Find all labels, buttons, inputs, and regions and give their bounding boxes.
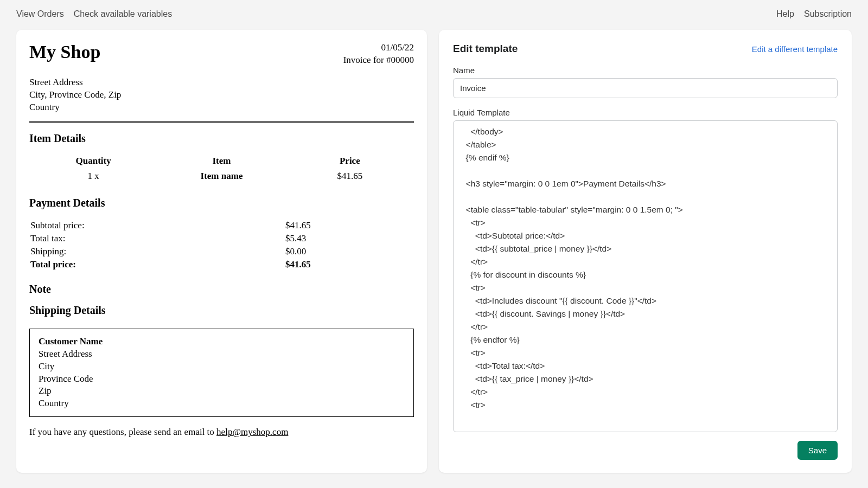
shop-name: My Shop xyxy=(29,42,100,62)
col-item: Item xyxy=(157,153,285,169)
items-table: Quantity Item Price 1 x Item name $41.65 xyxy=(29,153,414,184)
shipping-details-heading: Shipping Details xyxy=(29,304,414,317)
invoice-number: Invoice for #00000 xyxy=(343,54,414,67)
subtotal-value: $41.65 xyxy=(284,219,414,232)
subtotal-label: Subtotal price: xyxy=(29,219,284,232)
shipping-value: $0.00 xyxy=(284,245,414,258)
payment-details-heading: Payment Details xyxy=(29,197,414,209)
edit-different-template-link[interactable]: Edit a different template xyxy=(752,44,838,54)
item-qty: 1 x xyxy=(29,169,157,184)
tax-value: $5.43 xyxy=(284,232,414,245)
liquid-template-editor[interactable] xyxy=(453,120,838,432)
col-quantity: Quantity xyxy=(29,153,157,169)
divider xyxy=(29,121,414,123)
ship-province: Province Code xyxy=(39,373,405,386)
subscription-link[interactable]: Subscription xyxy=(804,9,852,19)
shop-country: Country xyxy=(29,101,414,114)
ship-country: Country xyxy=(39,397,405,410)
view-orders-link[interactable]: View Orders xyxy=(16,9,64,19)
shipping-box: Customer Name Street Address City Provin… xyxy=(29,329,414,418)
invoice-preview-panel: My Shop 01/05/22 Invoice for #00000 Stre… xyxy=(16,30,427,473)
shop-street: Street Address xyxy=(29,76,414,89)
help-link[interactable]: Help xyxy=(776,9,794,19)
shop-city-line: City, Province Code, Zip xyxy=(29,89,414,101)
template-name-input[interactable] xyxy=(453,78,838,98)
item-details-heading: Item Details xyxy=(29,132,414,145)
footer-text: If you have any questions, please send a… xyxy=(29,427,216,437)
check-variables-link[interactable]: Check available variables xyxy=(74,9,172,19)
ship-zip: Zip xyxy=(39,385,405,397)
footer-line: If you have any questions, please send a… xyxy=(29,427,414,438)
item-price: $41.65 xyxy=(286,169,414,184)
total-value: $41.65 xyxy=(284,258,414,271)
payment-table: Subtotal price:$41.65 Total tax:$5.43 Sh… xyxy=(29,219,414,271)
note-heading: Note xyxy=(29,283,414,296)
save-button[interactable]: Save xyxy=(797,441,838,460)
ship-street: Street Address xyxy=(39,348,405,361)
col-price: Price xyxy=(286,153,414,169)
ship-city: City xyxy=(39,361,405,373)
invoice-date: 01/05/22 xyxy=(343,42,414,54)
edit-template-title: Edit template xyxy=(453,43,518,55)
topbar: View Orders Check available variables He… xyxy=(0,0,868,30)
liquid-label: Liquid Template xyxy=(453,108,838,117)
item-name: Item name xyxy=(157,169,285,184)
shipping-label: Shipping: xyxy=(29,245,284,258)
name-label: Name xyxy=(453,66,838,75)
ship-customer: Customer Name xyxy=(39,336,405,348)
tax-label: Total tax: xyxy=(29,232,284,245)
edit-template-panel: Edit template Edit a different template … xyxy=(439,30,852,473)
total-label: Total price: xyxy=(29,258,284,271)
footer-email[interactable]: help@myshop.com xyxy=(216,427,288,437)
item-row: 1 x Item name $41.65 xyxy=(29,169,414,184)
